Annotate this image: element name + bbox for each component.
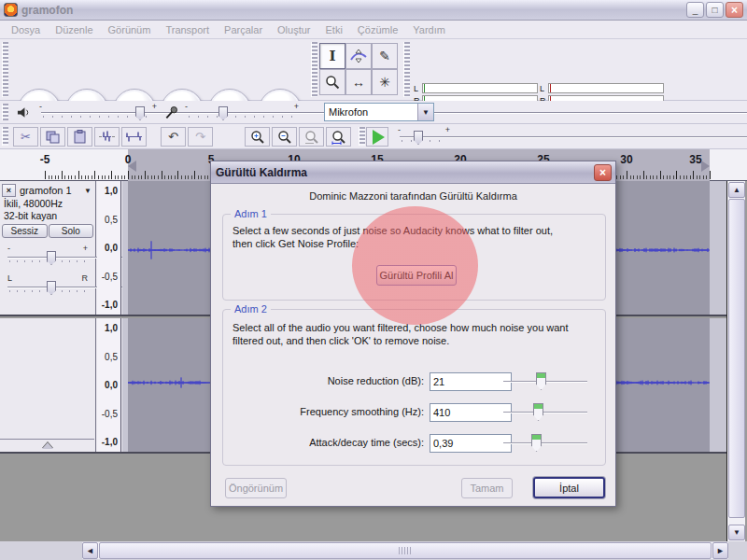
- track-close-button[interactable]: ×: [2, 184, 16, 197]
- menu-olustur[interactable]: Oluştur: [270, 22, 317, 37]
- zoom-out-icon: [277, 130, 292, 145]
- menu-dosya[interactable]: Dosya: [4, 22, 48, 37]
- paste-button[interactable]: [67, 127, 92, 147]
- zoom-in-button[interactable]: [245, 127, 270, 147]
- timeshift-tool-icon: ↔: [352, 75, 365, 90]
- dialog-close-button[interactable]: ×: [594, 164, 612, 181]
- input-meter-bar-left: [548, 83, 664, 93]
- speaker-icon: [17, 105, 31, 119]
- pan-thumb[interactable]: [47, 281, 56, 295]
- redo-button[interactable]: ↷: [188, 127, 213, 147]
- frequency-smoothing-thumb[interactable]: [533, 403, 543, 421]
- undo-button[interactable]: ↶: [161, 127, 186, 147]
- selection-start-arrow: [128, 161, 136, 172]
- zoom-tool-button[interactable]: [319, 69, 345, 95]
- gain-max-label: +: [83, 244, 88, 253]
- timeline-label: 30: [620, 153, 632, 166]
- timeline-label: -5: [40, 153, 50, 166]
- scroll-down-icon[interactable]: ▼: [728, 525, 745, 540]
- menu-gorunum[interactable]: Görünüm: [101, 22, 159, 37]
- cut-button[interactable]: ✂: [13, 127, 38, 147]
- window-title: gramofon: [21, 4, 684, 17]
- fit-selection-button[interactable]: [299, 127, 324, 147]
- silence-button[interactable]: [121, 127, 147, 147]
- vertical-scroll-thumb[interactable]: [728, 199, 745, 518]
- audacity-logo-icon: [4, 3, 18, 17]
- playback-speed-thumb[interactable]: [414, 131, 423, 145]
- menu-etki[interactable]: Etki: [318, 22, 350, 37]
- meter-zero-line: [424, 84, 425, 92]
- toolbar-grip[interactable]: [311, 42, 317, 97]
- slider-min-label: -: [185, 102, 188, 111]
- noise-reduction-input[interactable]: [430, 372, 512, 391]
- menu-transport[interactable]: Transport: [158, 22, 217, 37]
- dialog-title: Gürültü Kaldırma: [216, 166, 307, 179]
- track-control-panel: × gramofon 1 ▼ İkili, 48000Hz 32-bit kay…: [0, 181, 96, 315]
- menu-cozumle[interactable]: Çözümle: [350, 22, 405, 37]
- attack-decay-slider[interactable]: [503, 434, 587, 453]
- scroll-left-icon[interactable]: ◄: [82, 542, 98, 559]
- zoom-out-button[interactable]: [272, 127, 297, 147]
- timeshift-tool-button[interactable]: ↔: [345, 69, 372, 95]
- menu-parcalar[interactable]: Parçalar: [217, 22, 270, 37]
- toolbar-grip[interactable]: [2, 42, 8, 97]
- output-volume-thumb[interactable]: [135, 106, 145, 120]
- ruler-value: 1,0: [97, 186, 118, 196]
- attack-decay-input[interactable]: [430, 434, 512, 453]
- scroll-up-icon[interactable]: ▲: [728, 182, 745, 198]
- zoom-tool-icon: [325, 75, 340, 90]
- minimize-button[interactable]: _: [686, 2, 704, 18]
- track-title-menu[interactable]: gramofon 1 ▼: [18, 184, 93, 197]
- toolbar-grip[interactable]: [2, 104, 8, 120]
- gain-thumb[interactable]: [47, 251, 56, 265]
- input-device-value: Mikrofon: [325, 104, 417, 120]
- scroll-right-icon[interactable]: ►: [712, 542, 728, 559]
- play-speed-icon: [373, 130, 385, 145]
- meter-left-label: L: [414, 84, 422, 93]
- output-volume-slider[interactable]: - +: [41, 106, 155, 119]
- menu-bar: Dosya Düzenle Görünüm Transport Parçalar…: [0, 21, 747, 39]
- selection-tool-button[interactable]: I: [319, 43, 345, 69]
- noise-reduction-slider[interactable]: [503, 372, 587, 391]
- slider-min-label: -: [39, 102, 42, 111]
- input-volume-slider[interactable]: - +: [187, 106, 297, 119]
- track-collapse-bar[interactable]: [0, 439, 94, 452]
- envelope-tool-button[interactable]: [345, 43, 372, 69]
- copy-button[interactable]: [40, 127, 65, 147]
- toolbar-grip[interactable]: [359, 127, 365, 146]
- menu-duzenle[interactable]: Düzenle: [48, 22, 100, 37]
- toolbar-grip[interactable]: [2, 127, 8, 146]
- horizontal-scrollbar-row: ◄ ►: [0, 541, 747, 560]
- gain-min-label: -: [7, 244, 10, 253]
- horizontal-scroll-thumb[interactable]: [99, 542, 712, 559]
- draw-tool-button[interactable]: ✎: [372, 43, 398, 69]
- track-gain-slider[interactable]: - +: [7, 244, 88, 268]
- multi-tool-button[interactable]: ✳: [372, 69, 398, 95]
- play-at-speed-button[interactable]: [366, 127, 388, 147]
- mute-button[interactable]: Sessiz: [2, 224, 48, 238]
- fit-project-button[interactable]: [326, 127, 351, 147]
- frequency-smoothing-input[interactable]: [430, 403, 512, 422]
- vertical-scrollbar[interactable]: ▲ ▼: [726, 181, 745, 541]
- ok-button[interactable]: Tamam: [461, 478, 513, 498]
- frequency-smoothing-slider[interactable]: [503, 403, 587, 422]
- edit-toolbar: ✂ ↶ ↷: [0, 124, 747, 149]
- playback-speed-slider[interactable]: - +: [400, 131, 448, 144]
- maximize-button[interactable]: □: [706, 2, 724, 18]
- track-pan-slider[interactable]: L R: [7, 273, 88, 298]
- close-button[interactable]: ×: [726, 2, 743, 18]
- attack-decay-thumb[interactable]: [531, 434, 542, 452]
- get-noise-profile-button[interactable]: Gürültü Profili Al: [376, 265, 457, 286]
- preview-button[interactable]: Öngörünüm: [225, 478, 287, 498]
- toolbar-grip[interactable]: [403, 42, 410, 97]
- input-volume-thumb[interactable]: [218, 106, 228, 120]
- menu-yardim[interactable]: Yardım: [405, 22, 453, 37]
- dialog-title-bar[interactable]: Gürültü Kaldırma: [211, 161, 615, 184]
- chevron-down-icon[interactable]: ▼: [417, 104, 433, 120]
- input-device-combobox[interactable]: Mikrofon ▼: [324, 103, 434, 121]
- cancel-button[interactable]: İptal: [533, 477, 605, 498]
- trim-button[interactable]: [94, 127, 120, 147]
- noise-reduction-thumb[interactable]: [536, 372, 546, 390]
- solo-button[interactable]: Solo: [49, 224, 94, 238]
- silence-icon: [126, 131, 142, 143]
